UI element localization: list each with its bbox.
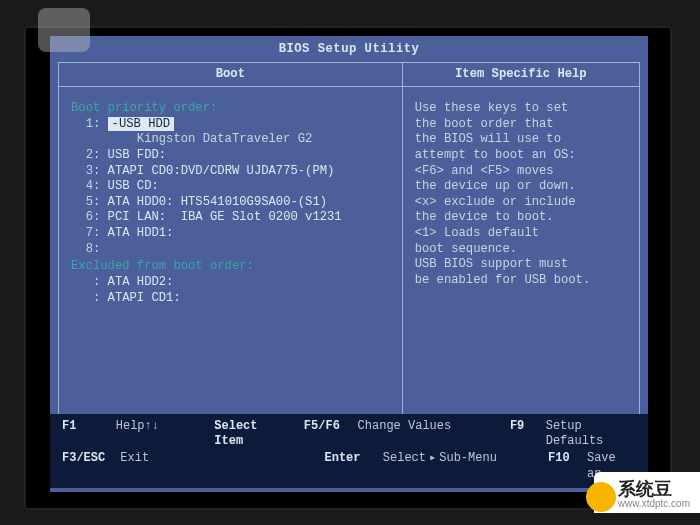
boot-item-index: 2:	[86, 148, 101, 162]
boot-item-1-sub: Kingston DataTraveler G2	[71, 132, 390, 148]
title-bar: BIOS Setup Utility	[50, 36, 648, 62]
help-pane: Item Specific Help Use these keys to set…	[403, 63, 639, 437]
footer-key-f9: F9	[510, 419, 546, 450]
bios-screen: BIOS Setup Utility Boot Boot priority or…	[50, 36, 648, 492]
watermark-brand: 系统豆	[618, 480, 690, 498]
boot-item-6[interactable]: 6: PCI LAN: IBA GE Slot 0200 v1231	[71, 210, 390, 226]
watermark-url: www.xtdptc.com	[618, 498, 690, 509]
boot-pane-body: Boot priority order: 1: -USB HDD Kingsto…	[59, 87, 402, 320]
watermark-top-left	[38, 8, 90, 52]
help-line: the BIOS will use to	[415, 132, 627, 148]
boot-item-4[interactable]: 4: USB CD:	[71, 179, 390, 195]
spacer	[227, 451, 324, 482]
footer-key-f1: F1	[62, 419, 116, 450]
excluded-item-2[interactable]: : ATAPI CD1:	[71, 291, 390, 307]
boot-priority-label: Boot priority order:	[71, 101, 390, 117]
footer-action-select-submenu: SelectSub-Menu	[383, 451, 548, 482]
help-line: boot sequence.	[415, 242, 627, 258]
footer-action-help: Help↑↓	[116, 419, 215, 450]
triangle-icon	[426, 451, 439, 465]
help-line: <F6> and <F5> moves	[415, 164, 627, 180]
footer-action-select-item: Select Item	[214, 419, 268, 450]
boot-item-index: 5:	[86, 195, 101, 209]
footer-key-f3esc: F3/ESC	[62, 451, 120, 482]
footer-action-change-values: Change Values	[358, 419, 510, 450]
footer-bar: F1 Help↑↓ Select Item F5/F6 Change Value…	[50, 414, 648, 488]
boot-item-label: PCI LAN: IBA GE Slot 0200 v1231	[108, 210, 342, 224]
boot-item-index: 7:	[86, 226, 101, 240]
boot-item-index: 6:	[86, 210, 101, 224]
boot-item-index: 3:	[86, 164, 101, 178]
boot-item-index: 8:	[86, 242, 101, 256]
help-line: the boot order that	[415, 117, 627, 133]
footer-key-f10: F10	[548, 451, 587, 482]
footer-action-exit: Exit	[120, 451, 227, 482]
excluded-item-index: :	[93, 275, 100, 289]
help-line: the device up or down.	[415, 179, 627, 195]
boot-item-label: USB FDD:	[108, 148, 167, 162]
boot-item-1[interactable]: 1: -USB HDD	[71, 117, 390, 133]
spacer	[268, 419, 304, 450]
boot-item-label: ATA HDD1:	[108, 226, 174, 240]
help-line: <1> Loads default	[415, 226, 627, 242]
boot-item-2[interactable]: 2: USB FDD:	[71, 148, 390, 164]
help-line: be enabled for USB boot.	[415, 273, 627, 289]
excluded-item-label: ATA HDD2:	[108, 275, 174, 289]
excluded-item-label: ATAPI CD1:	[108, 291, 181, 305]
excluded-item-index: :	[93, 291, 100, 305]
boot-item-index: 1:	[86, 117, 101, 131]
boot-item-label: -USB HDD	[108, 117, 175, 131]
help-line: attempt to boot an OS:	[415, 148, 627, 164]
help-line: the device to boot.	[415, 210, 627, 226]
help-line: <x> exclude or include	[415, 195, 627, 211]
monitor-bezel: BIOS Setup Utility Boot Boot priority or…	[24, 26, 672, 510]
footer-row-1: F1 Help↑↓ Select Item F5/F6 Change Value…	[62, 419, 636, 450]
help-pane-body: Use these keys to set the boot order tha…	[403, 87, 639, 302]
boot-item-8[interactable]: 8:	[71, 242, 390, 258]
watermark-bottom-right: 系统豆 www.xtdptc.com	[594, 472, 700, 513]
footer-row-2: F3/ESC Exit Enter SelectSub-Menu F10 Sav…	[62, 451, 636, 482]
boot-item-7[interactable]: 7: ATA HDD1:	[71, 226, 390, 242]
help-line: USB BIOS support must	[415, 257, 627, 273]
footer-key-enter: Enter	[324, 451, 382, 482]
boot-item-label: USB CD:	[108, 179, 159, 193]
boot-pane-header: Boot	[59, 63, 402, 88]
boot-pane: Boot Boot priority order: 1: -USB HDD Ki…	[59, 63, 403, 437]
help-pane-header: Item Specific Help	[403, 63, 639, 88]
help-line: Use these keys to set	[415, 101, 627, 117]
boot-item-5[interactable]: 5: ATA HDD0: HTS541010G9SA00-(S1)	[71, 195, 390, 211]
panes: Boot Boot priority order: 1: -USB HDD Ki…	[58, 62, 640, 438]
footer-action-setup-defaults: Setup Defaults	[546, 419, 636, 450]
footer-key-f5f6: F5/F6	[304, 419, 358, 450]
excluded-item-1[interactable]: : ATA HDD2:	[71, 275, 390, 291]
excluded-label: Excluded from boot order:	[71, 259, 390, 275]
boot-item-3[interactable]: 3: ATAPI CD0:DVD/CDRW UJDA775-(PM)	[71, 164, 390, 180]
watermark-dot-icon	[586, 482, 616, 512]
boot-item-label: ATAPI CD0:DVD/CDRW UJDA775-(PM)	[108, 164, 335, 178]
boot-item-label: ATA HDD0: HTS541010G9SA00-(S1)	[108, 195, 327, 209]
boot-item-index: 4:	[86, 179, 101, 193]
